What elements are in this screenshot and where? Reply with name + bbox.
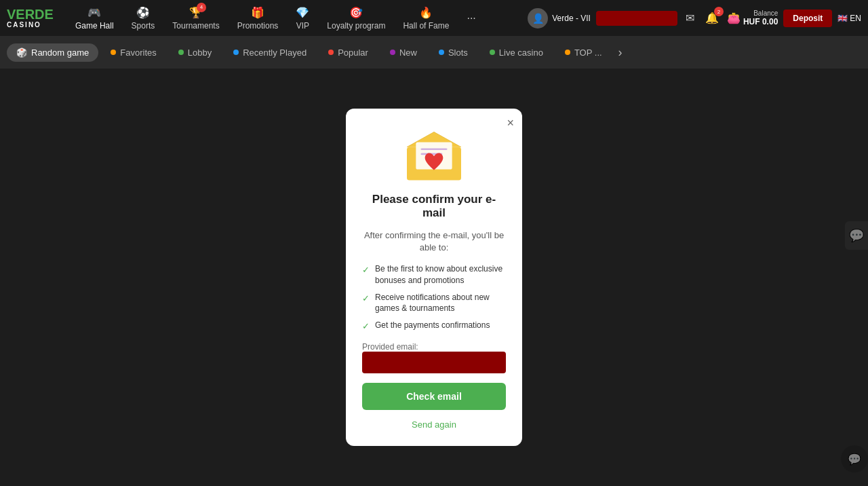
sec-item-slots[interactable]: Slots	[429, 43, 477, 62]
sports-icon: ⚽	[136, 6, 150, 19]
nav-item-tournaments[interactable]: 🏆 4 Tournaments	[164, 2, 227, 35]
logo-casino: CASINO	[7, 21, 41, 29]
benefit-item-2: ✓ Receive notifications about new games …	[362, 292, 506, 315]
main-content: 💬 💬 ×	[0, 69, 868, 486]
modal-benefits-list: ✓ Be the first to know about exclusive b…	[362, 263, 506, 333]
flag-icon: 🇬🇧	[837, 14, 848, 23]
nav-items: 🎮 Game Hall ⚽ Sports 🏆 4 Tournaments 🎁 P…	[67, 2, 528, 35]
balance-amount: HUF 0.00	[743, 17, 778, 26]
avatar: 👤	[528, 8, 548, 29]
modal-overlay: × Please confirm your e-m	[0, 69, 868, 486]
new-dot	[390, 50, 395, 55]
modal-subtitle: After confirming the e-mail, you'll be a…	[362, 229, 506, 254]
nav-label-game-hall: Game Hall	[75, 21, 114, 31]
balance-label: Balance	[743, 10, 778, 17]
check-email-button[interactable]: Check email	[362, 383, 506, 410]
nav-label-hall-of-fame: Hall of Fame	[403, 21, 449, 31]
vip-icon: 💎	[296, 6, 309, 19]
email-input[interactable]	[362, 352, 506, 373]
modal-title: Please confirm your e-mail	[362, 193, 506, 220]
user-area: 👤 Verde - VII	[528, 8, 591, 29]
loyalty-icon: 🎯	[349, 6, 363, 19]
check-icon-3: ✓	[362, 320, 370, 333]
check-icon-2: ✓	[362, 293, 370, 305]
sec-label-top: TOP ...	[574, 48, 602, 58]
confirm-email-modal: × Please confirm your e-m	[346, 109, 522, 447]
logo[interactable]: VERDE CASINO	[7, 7, 54, 29]
nav-item-promotions[interactable]: 🎁 Promotions	[229, 2, 287, 35]
language-selector[interactable]: 🇬🇧 EN	[837, 14, 861, 23]
popular-dot	[328, 50, 334, 55]
sec-item-random-game[interactable]: 🎲 Random game	[7, 43, 98, 62]
sec-item-recently-played[interactable]: Recently Played	[224, 43, 316, 62]
sec-item-top[interactable]: TOP ...	[555, 43, 612, 62]
nav-item-vip[interactable]: 💎 VIP	[288, 2, 317, 35]
notification-icon-btn[interactable]: 🔔 2	[703, 9, 722, 27]
hall-of-fame-icon: 🔥	[419, 6, 433, 19]
lobby-dot	[178, 50, 184, 55]
sec-item-favorites[interactable]: Favorites	[101, 43, 165, 62]
email-field-area: Provided email:	[362, 342, 506, 373]
search-nav-input[interactable]	[596, 11, 677, 26]
sec-label-new: New	[399, 48, 417, 58]
more-icon: ···	[467, 12, 475, 24]
sec-label-popular: Popular	[338, 48, 368, 58]
modal-close-button[interactable]: ×	[507, 117, 514, 129]
favorites-dot	[111, 50, 116, 55]
random-game-icon: 🎲	[16, 48, 27, 58]
nav-label-tournaments: Tournaments	[172, 21, 219, 31]
check-icon-1: ✓	[362, 264, 370, 276]
nav-right: 👤 Verde - VII ✉ 🔔 2 👛 Balance HUF 0.00 D…	[528, 8, 861, 29]
sec-label-lobby: Lobby	[188, 48, 212, 58]
nav-label-promotions: Promotions	[237, 21, 279, 31]
nav-item-more[interactable]: ···	[458, 8, 484, 29]
benefit-item-3: ✓ Get the payments confirmations	[362, 320, 506, 333]
nav-label-sports: Sports	[132, 21, 155, 31]
sec-label-random-game: Random game	[31, 48, 89, 58]
nav-item-sports[interactable]: ⚽ Sports	[123, 2, 163, 35]
benefit-item-1: ✓ Be the first to know about exclusive b…	[362, 263, 506, 286]
svg-rect-2	[420, 148, 447, 150]
sec-label-live-casino: Live casino	[499, 48, 543, 58]
secondary-navbar: 🎲 Random game Favorites Lobby Recently P…	[0, 36, 868, 69]
promotions-icon: 🎁	[251, 6, 264, 19]
nav-item-loyalty[interactable]: 🎯 Loyalty program	[319, 2, 393, 35]
nav-item-hall-of-fame[interactable]: 🔥 Hall of Fame	[395, 2, 457, 35]
sec-label-recently-played: Recently Played	[243, 48, 307, 58]
nav-label-vip: VIP	[296, 21, 309, 31]
logo-verde: VERDE	[7, 7, 54, 21]
username: Verde - VII	[552, 14, 591, 23]
wallet-icon: 👛	[727, 12, 741, 24]
sec-item-lobby[interactable]: Lobby	[169, 43, 221, 62]
top-dot	[565, 50, 570, 55]
benefit-text-1: Be the first to know about exclusive bon…	[375, 263, 506, 286]
sec-item-new[interactable]: New	[380, 43, 427, 62]
send-again-button[interactable]: Send again	[412, 419, 456, 430]
tournaments-badge: 4	[197, 3, 206, 12]
slots-dot	[439, 50, 444, 55]
mail-icon-btn[interactable]: ✉	[683, 9, 697, 27]
nav-item-game-hall[interactable]: 🎮 Game Hall	[67, 2, 122, 35]
balance-area: Balance HUF 0.00	[743, 10, 778, 26]
modal-envelope-icon	[403, 129, 465, 183]
notification-badge: 2	[714, 7, 724, 16]
benefit-text-2: Receive notifications about new games & …	[375, 292, 506, 315]
main-navbar: VERDE CASINO 🎮 Game Hall ⚽ Sports 🏆 4 To…	[0, 0, 868, 36]
recently-played-dot	[233, 50, 239, 55]
nav-label-loyalty: Loyalty program	[327, 21, 385, 31]
sec-item-live-casino[interactable]: Live casino	[480, 43, 553, 62]
email-label: Provided email:	[362, 342, 506, 352]
live-casino-dot	[490, 50, 495, 55]
lang-label: EN	[850, 14, 861, 23]
sec-item-popular[interactable]: Popular	[319, 43, 378, 62]
sec-label-slots: Slots	[448, 48, 468, 58]
game-hall-icon: 🎮	[87, 6, 101, 19]
secondary-nav-more-button[interactable]: ›	[614, 45, 627, 60]
deposit-button[interactable]: Deposit	[783, 10, 832, 27]
sec-label-favorites: Favorites	[120, 48, 156, 58]
benefit-text-3: Get the payments confirmations	[375, 320, 490, 331]
tournaments-icon: 🏆 4	[189, 6, 203, 19]
